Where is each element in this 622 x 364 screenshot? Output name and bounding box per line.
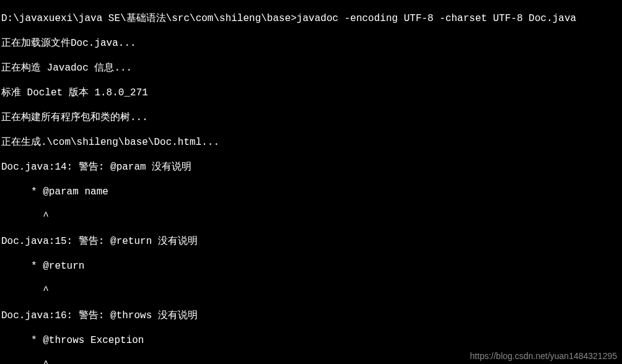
terminal-output[interactable]: D:\javaxuexi\java SE\基础语法\src\com\shilen…	[0, 0, 622, 364]
code-snippet-line: * @throws Exception	[1, 334, 621, 347]
output-line: 标准 Doclet 版本 1.8.0_271	[1, 87, 621, 99]
output-line: 正在生成.\com\shileng\base\Doc.html...	[1, 136, 621, 149]
warning-line: Doc.java:15: 警告: @return 没有说明	[1, 235, 621, 248]
caret-line: ^	[1, 285, 621, 297]
code-snippet-line: * @param name	[1, 186, 621, 198]
output-line: 正在构建所有程序包和类的树...	[1, 111, 621, 124]
command-prompt-line: D:\javaxuexi\java SE\基础语法\src\com\shilen…	[1, 12, 621, 25]
output-line: 正在构造 Javadoc 信息...	[1, 62, 621, 74]
output-line: 正在加载源文件Doc.java...	[1, 37, 621, 50]
warning-line: Doc.java:16: 警告: @throws 没有说明	[1, 310, 621, 322]
caret-line: ^	[1, 210, 621, 223]
code-snippet-line: * @return	[1, 260, 621, 272]
watermark-text: https://blog.csdn.net/yuan1484321295	[470, 351, 617, 362]
warning-line: Doc.java:14: 警告: @param 没有说明	[1, 161, 621, 173]
